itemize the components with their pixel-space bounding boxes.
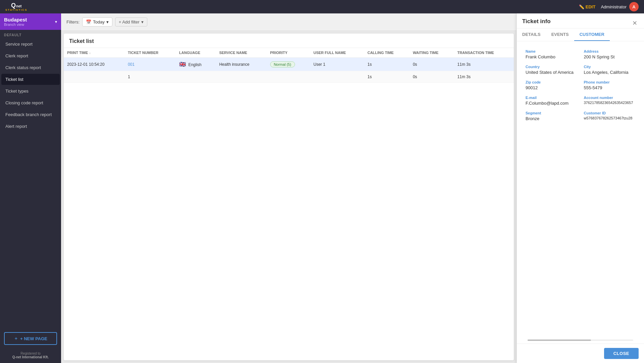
address-value: 200 N Spring St: [584, 54, 636, 59]
phone-value: 555-5479: [584, 85, 636, 90]
city-label: City: [584, 65, 636, 69]
sidebar-item-ticket-list[interactable]: Ticket list: [1, 74, 60, 85]
col-ticket-number[interactable]: TICKET NUMBER: [125, 48, 176, 58]
today-filter-button[interactable]: 📅 Today ▾: [82, 17, 112, 27]
close-button[interactable]: CLOSE: [604, 348, 639, 359]
cell-waiting-time: 0s: [409, 58, 454, 71]
branch-selector[interactable]: Budapest Branch view ▾: [0, 13, 61, 30]
summary-empty4: [267, 71, 310, 83]
table-title: Ticket list: [64, 34, 514, 48]
email-label: E-mail: [526, 96, 577, 100]
ticket-link[interactable]: 001: [128, 62, 135, 67]
col-print-time[interactable]: PRINT TIME ↓: [64, 48, 125, 58]
ticket-table: PRINT TIME ↓ TICKET NUMBER LANGUAGE SERV…: [64, 48, 514, 83]
summary-empty2: [176, 71, 216, 83]
sidebar-item-clerk-status-report[interactable]: Clerk status report: [1, 62, 60, 73]
logo: Q net STATISTICS: [5, 2, 27, 11]
calendar-icon: 📅: [86, 19, 91, 24]
chevron-down-icon: ▾: [106, 19, 109, 24]
field-zip: Zip code 90012: [522, 77, 581, 93]
table-row[interactable]: 2023-12-01 10:54:20 001 🇬🇧 English Healt…: [64, 58, 514, 71]
topbar: Q net STATISTICS ✏️ EDIT Administrator A: [0, 0, 644, 13]
flag-icon: 🇬🇧: [179, 61, 186, 67]
summary-transaction-time: 11m 3s: [454, 71, 514, 83]
sidebar-item-closing-code-report[interactable]: Closing code report: [1, 97, 60, 108]
tab-events[interactable]: EVENTS: [546, 29, 574, 41]
chevron-down-icon: ▾: [55, 19, 57, 24]
tab-details[interactable]: DETAILS: [517, 29, 546, 41]
col-service-name[interactable]: SERVICE NAME: [216, 48, 267, 58]
summary-count: 1: [125, 71, 176, 83]
filters-label: Filters:: [66, 19, 80, 24]
user-label: Administrator: [601, 4, 627, 9]
summary-waiting-time: 0s: [409, 71, 454, 83]
phone-label: Phone number: [584, 80, 636, 84]
zip-label: Zip code: [526, 80, 577, 84]
col-calling-time[interactable]: CALLING TIME: [364, 48, 409, 58]
ticket-panel: Ticket info ✕ DETAILS EVENTS CUSTOMER Na…: [516, 13, 644, 363]
customer-id-value: w576837678262573467tzu28: [584, 116, 636, 120]
pencil-icon: ✏️: [579, 4, 584, 9]
branch-sub: Branch view: [4, 22, 27, 27]
priority-badge: Normal (5): [270, 61, 295, 67]
country-value: United States of America: [526, 70, 577, 75]
field-email: E-mail F.Columbo@lapd.com: [522, 93, 581, 108]
sidebar-item-clerk-report[interactable]: Clerk report: [1, 50, 60, 61]
cell-calling-time: 1s: [364, 58, 409, 71]
panel-title: Ticket info: [522, 18, 551, 28]
sidebar-item-ticket-types[interactable]: Ticket types: [1, 86, 60, 97]
topbar-right: ✏️ EDIT Administrator A: [579, 2, 639, 11]
field-name: Name Frank Columbo: [522, 47, 581, 62]
summary-calling-time: 1s: [364, 71, 409, 83]
logo-stats: STATISTICS: [5, 8, 27, 11]
filter-bar: Filters: 📅 Today ▾ + Add filter ▾: [61, 13, 516, 31]
user-info: Administrator A: [601, 2, 639, 11]
cell-service-name: Health insurance: [216, 58, 267, 71]
cell-ticket-number: 001: [125, 58, 176, 71]
edit-button[interactable]: ✏️ EDIT: [579, 4, 596, 9]
field-country: Country United States of America: [522, 62, 581, 77]
col-user-full-name[interactable]: USER FULL NAME: [310, 48, 364, 58]
customer-id-label: Customer ID: [584, 111, 636, 115]
name-label: Name: [526, 49, 577, 53]
sidebar-item-feedback-branch-report[interactable]: Feedback branch report: [1, 109, 60, 120]
table-summary-row: 1 1s 0s 11m 3s: [64, 71, 514, 83]
chevron-down-icon: ▾: [141, 19, 144, 24]
tab-customer[interactable]: CUSTOMER: [574, 29, 610, 41]
summary-empty: [64, 71, 125, 83]
summary-empty5: [310, 71, 364, 83]
sort-icon: ↓: [89, 51, 91, 55]
scrollbar-track: [528, 340, 633, 341]
avatar[interactable]: A: [629, 2, 639, 11]
add-filter-button[interactable]: + Add filter ▾: [115, 17, 147, 27]
address-label: Address: [584, 49, 636, 53]
country-label: Country: [526, 65, 577, 69]
customer-grid: Name Frank Columbo Address 200 N Spring …: [522, 47, 639, 124]
account-value: 376217858236542635423657: [584, 101, 636, 105]
cell-user-full-name: User 1: [310, 58, 364, 71]
col-priority[interactable]: PRIORITY: [267, 48, 310, 58]
cell-language: 🇬🇧 English: [176, 58, 216, 71]
sidebar-item-alert-report[interactable]: Alert report: [1, 121, 60, 132]
panel-header: Ticket info ✕: [517, 13, 644, 29]
cell-priority: Normal (5): [267, 58, 310, 71]
col-language[interactable]: LANGUAGE: [176, 48, 216, 58]
segment-value: Bronze: [526, 116, 577, 121]
col-transaction-time[interactable]: TRANSACTION TIME: [454, 48, 514, 58]
col-waiting-time[interactable]: WAITING TIME: [409, 48, 454, 58]
sidebar-item-service-report[interactable]: Service report: [1, 39, 60, 50]
scrollbar-thumb[interactable]: [528, 340, 591, 341]
panel-close-icon-button[interactable]: ✕: [631, 19, 639, 27]
field-customer-id: Customer ID w576837678262573467tzu28: [581, 108, 639, 124]
sidebar-section-default: DEFAULT: [0, 30, 61, 38]
branch-name: Budapest: [4, 17, 27, 22]
zip-value: 90012: [526, 85, 577, 90]
new-page-button[interactable]: ＋ + NEW PAGE: [4, 332, 57, 345]
field-phone: Phone number 555-5479: [581, 77, 639, 93]
account-label: Account number: [584, 96, 636, 100]
cell-transaction-time: 11m 3s: [454, 58, 514, 71]
logo-net: net: [16, 4, 22, 8]
segment-label: Segment: [526, 111, 577, 115]
panel-tabs: DETAILS EVENTS CUSTOMER: [517, 29, 644, 41]
name-value: Frank Columbo: [526, 54, 577, 59]
